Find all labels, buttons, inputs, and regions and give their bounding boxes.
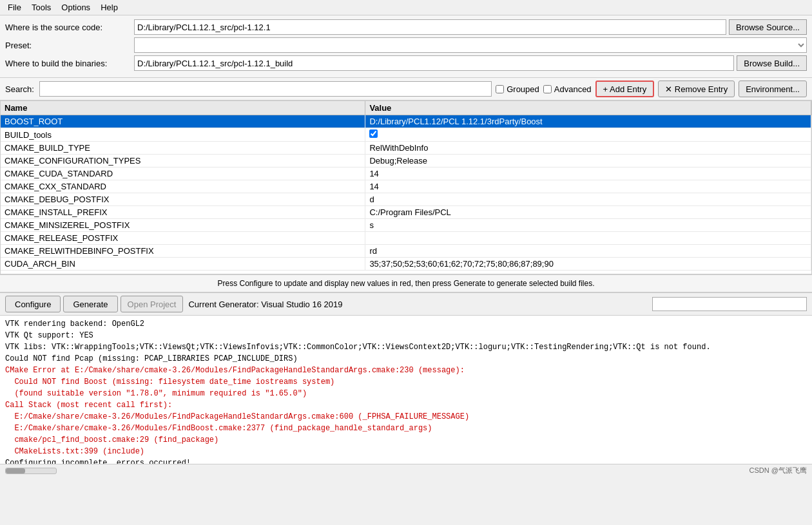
log-line: VTK Qt support: YES	[5, 330, 807, 341]
grouped-label: Grouped	[507, 84, 539, 94]
menu-tools[interactable]: Tools	[26, 1, 56, 14]
advanced-checkbox[interactable]	[543, 85, 552, 93]
log-line: Could NOT find Pcap (missing: PCAP_LIBRA…	[5, 353, 807, 365]
log-line: VTK rendering backend: OpenGL2	[5, 318, 807, 330]
status-message: Press Configure to update and display ne…	[0, 274, 812, 292]
preset-select[interactable]	[134, 37, 807, 53]
table-row[interactable]: CMAKE_RELEASE_POSTFIX	[1, 232, 811, 245]
table-row[interactable]: CMAKE_CXX_STANDARD14	[1, 180, 811, 193]
grouped-checkbox[interactable]	[496, 85, 504, 93]
remove-entry-button[interactable]: ✕ Remove Entry	[658, 81, 735, 97]
log-line: CMakeLists.txt:399 (include)	[5, 446, 807, 457]
table-row[interactable]: CMAKE_DEBUG_POSTFIXd	[1, 193, 811, 206]
menu-options[interactable]: Options	[56, 1, 95, 14]
browse-build-button[interactable]: Browse Build...	[737, 55, 807, 71]
log-line: CMake Error at E:/Cmake/share/cmake-3.26…	[5, 365, 807, 376]
source-row: Where is the source code: Browse Source.…	[5, 19, 807, 35]
table-row[interactable]: CMAKE_RELWITHDEBINFO_POSTFIXrd	[1, 245, 811, 258]
bottom-search-input[interactable]	[652, 297, 807, 311]
advanced-checkbox-group: Advanced	[543, 84, 592, 94]
log-area: VTK rendering backend: OpenGL2VTK Qt sup…	[0, 316, 812, 464]
log-line: Could NOT find Boost (missing: filesyste…	[5, 376, 807, 388]
preset-row: Preset:	[5, 37, 807, 53]
csdn-label: CSDN @气派飞鹰	[749, 466, 807, 475]
binaries-label: Where to build the binaries:	[5, 59, 134, 68]
log-line: E:/Cmake/share/cmake-3.26/Modules/FindPa…	[5, 411, 807, 423]
status-scrollbar[interactable]	[5, 468, 57, 474]
status-scrollbar-thumb	[6, 468, 25, 473]
source-input[interactable]	[134, 19, 726, 35]
menu-help[interactable]: Help	[95, 1, 123, 14]
table-header-name: Name	[1, 101, 365, 115]
log-line: Configuring incomplete, errors occurred!	[5, 457, 807, 464]
table-row[interactable]: BUILD_tools	[1, 128, 811, 142]
search-label: Search:	[5, 84, 34, 94]
menu-file[interactable]: File	[3, 1, 26, 14]
table-header-value: Value	[365, 101, 811, 115]
browse-source-button[interactable]: Browse Source...	[729, 19, 807, 35]
add-entry-button[interactable]: + Add Entry	[595, 81, 655, 97]
table-row[interactable]: BOOST_ROOTD:/Library/PCL1.12/PCL 1.12.1/…	[1, 115, 811, 128]
log-line: E:/Cmake/share/cmake-3.26/Modules/FindBo…	[5, 423, 807, 434]
generate-button[interactable]: Generate	[63, 296, 117, 312]
table-row[interactable]: CMAKE_MINSIZEREL_POSTFIXs	[1, 219, 811, 232]
bottom-panel: Configure Generate Open Project Current …	[0, 292, 812, 464]
configure-button[interactable]: Configure	[5, 296, 61, 312]
status-bar: CSDN @气派飞鹰	[0, 464, 812, 477]
log-line: VTK libs: VTK::WrappingTools;VTK::ViewsQ…	[5, 341, 807, 353]
table-row[interactable]: CMAKE_BUILD_TYPERelWithDebInfo	[1, 142, 811, 155]
generator-label: Current Generator: Visual Studio 16 2019	[188, 300, 342, 309]
environment-button[interactable]: Environment...	[739, 81, 807, 97]
cmake-table[interactable]: Name Value BOOST_ROOTD:/Library/PCL1.12/…	[0, 100, 812, 274]
table-row[interactable]: CMAKE_CONFIGURATION_TYPESDebug;Release	[1, 155, 811, 167]
bottom-toolbar: Configure Generate Open Project Current …	[0, 293, 812, 316]
table-row[interactable]: CMAKE_INSTALL_PREFIXC:/Program Files/PCL	[1, 206, 811, 219]
binaries-input[interactable]	[134, 55, 734, 71]
log-line: Call Stack (most recent call first):	[5, 399, 807, 411]
form-area: Where is the source code: Browse Source.…	[0, 15, 812, 78]
toolbar-row: Search: Grouped Advanced + Add Entry ✕ R…	[0, 78, 812, 100]
table-checkbox[interactable]	[369, 129, 378, 138]
grouped-checkbox-group: Grouped	[496, 84, 539, 94]
search-input[interactable]	[39, 81, 492, 97]
source-label: Where is the source code:	[5, 23, 134, 32]
open-project-button[interactable]: Open Project	[121, 296, 184, 312]
menubar: File Tools Options Help	[0, 0, 812, 15]
table-row[interactable]: CMAKE_CUDA_STANDARD14	[1, 167, 811, 180]
advanced-label: Advanced	[554, 84, 592, 94]
log-line: cmake/pcl_find_boost.cmake:29 (find_pack…	[5, 434, 807, 446]
table-row[interactable]: CUDA_ARCH_BIN35;37;50;52;53;60;61;62;70;…	[1, 258, 811, 271]
log-line: (found suitable version "1.78.0", minimu…	[5, 388, 807, 399]
binaries-row: Where to build the binaries: Browse Buil…	[5, 55, 807, 71]
preset-label: Preset:	[5, 41, 134, 50]
